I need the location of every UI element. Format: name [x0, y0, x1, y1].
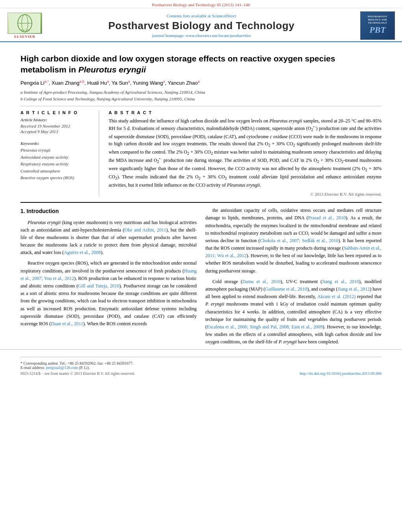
- journal-logo-box: POSTHARVESTBIOLOGY ANDTECHNOLOGY PBT: [360, 11, 395, 40]
- body-col-left: 1. Introduction Pleurotus eryngii (king …: [20, 207, 197, 349]
- intro-para-2: Reactive oxygen species (ROS), which are…: [20, 260, 197, 328]
- keyword-5: Reactive oxygen species (ROS): [20, 174, 93, 182]
- keyword-3: Respiratory enzyme activity: [20, 161, 93, 168]
- abstract-text: This study addressed the influence of hi…: [109, 117, 382, 189]
- keyword-1: Pleurotus eryngii: [20, 147, 93, 154]
- divider-top: [20, 106, 382, 106]
- intro-para-1: Pleurotus eryngii (king oyster mushroom)…: [20, 219, 197, 257]
- email-footnote: E-mail address: pengxiali@126.com (P. Li…: [20, 365, 382, 370]
- abstract-heading: A B S T R A C T: [109, 110, 382, 115]
- article-title: High carbon dioxide and low oxygen stora…: [20, 53, 382, 76]
- keyword-4: Controlled atmosphere: [20, 168, 93, 175]
- authors-line: Pengxia Lia,*, Xuan Zhanga,b, Huali Hua,…: [20, 80, 382, 86]
- elsevier-logo: ELSEVIER ELSEVIER: [7, 13, 43, 39]
- affiliation-b: b College of Food Science and Technology…: [20, 96, 382, 102]
- body-section: 1. Introduction Pleurotus eryngii (king …: [20, 207, 382, 349]
- article-info-heading: A R T I C L E I N F O: [20, 110, 93, 115]
- keywords-label: Keywords:: [20, 141, 93, 146]
- article-info-abstract: A R T I C L E I N F O Article history: R…: [20, 110, 382, 196]
- keyword-2: Antioxidant enzyme activity: [20, 154, 93, 161]
- issn-text: 0925-5214/$ – see front matter © 2013 El…: [20, 371, 135, 376]
- doi-link[interactable]: http://dx.doi.org/10.1016/j.postharvbio.…: [300, 371, 382, 376]
- affiliations: a Institute of Agro-product Processing, …: [20, 89, 382, 102]
- accepted-date: Accepted 9 May 2013: [20, 129, 93, 134]
- journal-title-area: Contents lists available at ScienceDirec…: [50, 13, 353, 38]
- footnote-divider: [20, 357, 382, 357]
- body-col-right: the antioxidant capacity of cells, oxida…: [206, 207, 382, 349]
- sciencedirect-anchor[interactable]: ScienceDirect: [212, 13, 236, 18]
- article-main: High carbon dioxide and low oxygen stora…: [0, 42, 402, 349]
- journal-header: ELSEVIER ELSEVIER Contents lists availab…: [0, 8, 402, 42]
- journal-reference-bar: Postharvest Biology and Technology 85 (2…: [0, 0, 402, 8]
- footnote-area: * Corresponding author. Tel.: +86 25 843…: [0, 349, 402, 370]
- journal-ref-text: Postharvest Biology and Technology 85 (2…: [152, 2, 250, 7]
- bottom-bar: 0925-5214/$ – see front matter © 2013 El…: [0, 370, 402, 377]
- right-para-2: Cold storage (Dama et al., 2010), UV-C t…: [206, 278, 382, 346]
- journal-title: Postharvest Biology and Technology: [50, 20, 353, 32]
- right-para-1: the antioxidant capacity of cells, oxida…: [206, 207, 382, 275]
- article-info-col: A R T I C L E I N F O Article history: R…: [20, 110, 99, 196]
- logo-title-text: POSTHARVESTBIOLOGY ANDTECHNOLOGY: [368, 15, 387, 24]
- abstract-col: A B S T R A C T This study addressed the…: [109, 110, 382, 196]
- author-pengxia: Pengxia Lia,*, Xuan Zhanga,b, Huali Hua,…: [20, 80, 200, 86]
- divider-thick: [20, 202, 382, 203]
- corresponding-footnote: * Corresponding author. Tel.: +86 25 843…: [20, 361, 382, 365]
- copyright-line: © 2013 Elsevier B.V. All rights reserved…: [109, 192, 382, 196]
- sciencedirect-link: Contents lists available at ScienceDirec…: [50, 13, 353, 18]
- elsevier-wordmark: ELSEVIER: [14, 35, 35, 39]
- intro-heading: 1. Introduction: [20, 207, 197, 215]
- journal-homepage-line: journal homepage: www.elsevier.com/locat…: [50, 33, 353, 38]
- history-label: Article history:: [20, 117, 93, 122]
- received-date: Received 19 November 2012: [20, 124, 93, 128]
- logo-letters: PBT: [369, 24, 386, 36]
- affiliation-a: a Institute of Agro-product Processing, …: [20, 89, 382, 96]
- email-link[interactable]: pengxiali@126.com: [46, 365, 78, 370]
- elsevier-image: ELSEVIER: [7, 13, 42, 34]
- svg-text:ELSEVIER: ELSEVIER: [20, 29, 29, 31]
- homepage-link[interactable]: www.elsevier.com/locate/postharvbio: [185, 33, 250, 38]
